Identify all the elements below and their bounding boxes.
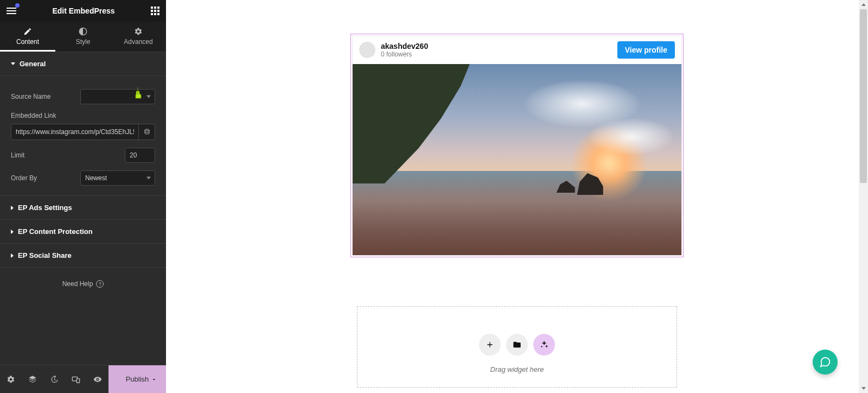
order-by-label: Order By bbox=[11, 174, 37, 182]
section-protection-header[interactable]: EP Content Protection bbox=[0, 220, 166, 244]
limit-label: Limit bbox=[11, 151, 24, 159]
source-name-label: Source Name bbox=[11, 93, 50, 100]
footer-settings-button[interactable] bbox=[0, 365, 22, 393]
avatar bbox=[359, 42, 375, 58]
plus-icon bbox=[486, 340, 494, 349]
tab-advanced-label: Advanced bbox=[124, 38, 152, 46]
sparkle-icon bbox=[539, 340, 549, 350]
section-protection-label: EP Content Protection bbox=[18, 227, 93, 236]
source-name-select[interactable] bbox=[80, 89, 155, 104]
order-by-select[interactable] bbox=[80, 170, 155, 186]
instagram-photo bbox=[353, 64, 681, 255]
gear-icon bbox=[134, 27, 143, 36]
embedded-link-label: Embedded Link bbox=[11, 112, 155, 119]
preview-canvas[interactable]: akashdev260 0 followers View profile bbox=[166, 0, 868, 393]
footer-navigator-button[interactable] bbox=[22, 365, 43, 393]
username-label: akashdev260 bbox=[381, 42, 612, 51]
folder-icon bbox=[513, 340, 521, 349]
footer-responsive-button[interactable] bbox=[65, 365, 87, 393]
tab-content-label: Content bbox=[16, 38, 39, 46]
panel-header: Edit EmbedPress bbox=[0, 0, 166, 22]
tab-style-label: Style bbox=[76, 38, 91, 46]
footer-history-button[interactable] bbox=[43, 365, 65, 393]
widgets-grid-button[interactable] bbox=[151, 7, 159, 15]
caret-down-icon bbox=[11, 62, 15, 65]
need-help-label: Need Help bbox=[62, 280, 93, 288]
add-ai-button[interactable] bbox=[533, 334, 555, 356]
section-general-label: General bbox=[20, 60, 46, 68]
tab-advanced[interactable]: Advanced bbox=[111, 22, 166, 52]
svg-point-1 bbox=[145, 129, 149, 131]
chat-button[interactable] bbox=[813, 350, 838, 375]
scroll-thumb[interactable] bbox=[860, 9, 867, 183]
drop-zone[interactable]: Drag widget here bbox=[357, 306, 677, 388]
caret-right-icon bbox=[11, 230, 14, 234]
scroll-track[interactable] bbox=[859, 9, 868, 384]
tab-style[interactable]: Style bbox=[55, 22, 111, 52]
panel-sections: General Source Name Embedded Link bbox=[0, 52, 166, 365]
svg-rect-3 bbox=[76, 378, 79, 382]
gear-icon bbox=[7, 375, 15, 384]
caret-right-icon bbox=[11, 253, 14, 258]
chat-icon bbox=[819, 356, 831, 368]
section-ads-label: EP Ads Settings bbox=[18, 204, 72, 212]
instagram-card: akashdev260 0 followers View profile bbox=[352, 35, 682, 256]
eye-icon bbox=[93, 375, 103, 384]
browser-scrollbar[interactable] bbox=[859, 0, 868, 393]
add-template-button[interactable] bbox=[506, 334, 528, 356]
contrast-icon bbox=[79, 27, 87, 36]
limit-input[interactable] bbox=[125, 148, 155, 163]
layers-icon bbox=[28, 375, 37, 384]
section-general-body: Source Name Embedded Link bbox=[0, 76, 166, 196]
database-icon bbox=[144, 128, 150, 136]
need-help-link[interactable]: Need Help ? bbox=[62, 280, 104, 288]
tab-content[interactable]: Content bbox=[0, 22, 55, 52]
publish-button[interactable]: Publish bbox=[108, 365, 166, 393]
add-widget-button[interactable] bbox=[479, 334, 501, 356]
publish-label: Publish bbox=[126, 375, 149, 383]
caret-right-icon bbox=[11, 206, 14, 210]
help-icon: ? bbox=[96, 280, 104, 288]
responsive-icon bbox=[72, 375, 80, 384]
embedded-link-options-button[interactable] bbox=[139, 124, 155, 140]
hamburger-menu-button[interactable] bbox=[7, 8, 16, 14]
embed-widget-selected[interactable]: akashdev260 0 followers View profile bbox=[350, 34, 684, 257]
scroll-up-button[interactable] bbox=[859, 0, 868, 9]
section-general-header[interactable]: General bbox=[0, 52, 166, 76]
scroll-down-button[interactable] bbox=[859, 384, 868, 393]
panel-tabs: Content Style Advanced bbox=[0, 22, 166, 52]
section-share-label: EP Social Share bbox=[18, 251, 72, 259]
followers-label: 0 followers bbox=[381, 50, 612, 58]
chevron-up-icon bbox=[151, 376, 157, 383]
section-ads-header[interactable]: EP Ads Settings bbox=[0, 196, 166, 220]
pencil-icon bbox=[23, 27, 32, 36]
drop-zone-label: Drag widget here bbox=[490, 365, 544, 373]
panel-footer: Publish bbox=[0, 365, 166, 393]
section-share-header[interactable]: EP Social Share bbox=[0, 244, 166, 268]
panel-title: Edit EmbedPress bbox=[52, 7, 114, 15]
view-profile-button[interactable]: View profile bbox=[617, 41, 675, 59]
embedded-link-input[interactable] bbox=[11, 124, 139, 140]
editor-panel: Edit EmbedPress Content Style Advanced bbox=[0, 0, 166, 393]
footer-preview-button[interactable] bbox=[87, 365, 108, 393]
history-icon bbox=[50, 375, 59, 384]
